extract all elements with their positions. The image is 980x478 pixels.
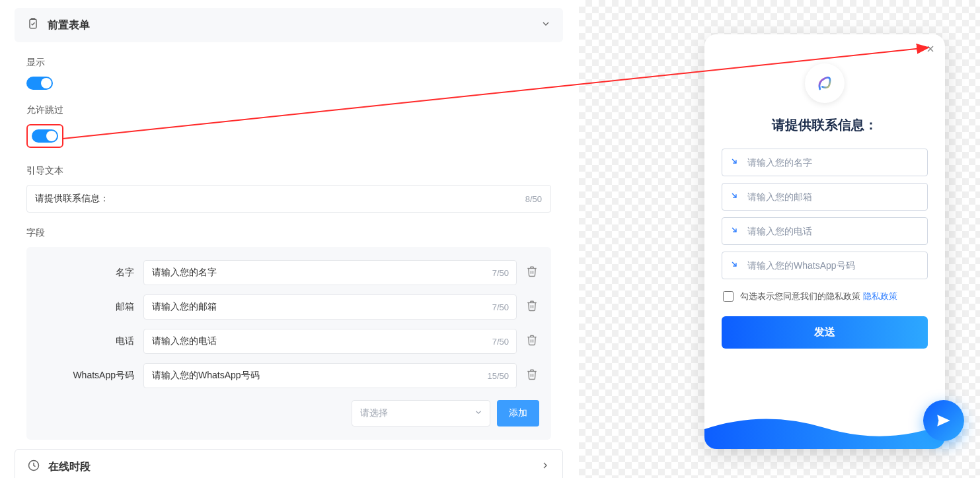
field-input-email[interactable] [143,294,517,320]
accordion-title: 前置表单 [48,18,90,32]
field-row: 电话 7/50 [38,329,539,354]
arrow-down-right-icon [730,259,739,271]
field-counter: 7/50 [492,268,509,278]
fields-label: 字段 [15,227,563,239]
skip-label: 允许跳过 [15,104,563,116]
chevron-down-icon [474,408,483,419]
display-toggle[interactable] [26,77,53,90]
field-input-name[interactable] [143,260,517,285]
field-counter: 7/50 [492,302,509,312]
display-label: 显示 [15,57,563,69]
wave-decoration [704,409,945,449]
accordion-title: 在线时段 [48,460,91,474]
brand-logo [805,63,845,103]
accordion-preform[interactable]: 前置表单 [15,8,563,42]
guide-counter: 8/50 [525,194,542,204]
preview-input-phone[interactable] [722,217,928,245]
field-type-select[interactable]: 请选择 [352,400,490,427]
skip-toggle[interactable] [32,129,58,143]
trash-icon[interactable] [526,334,539,349]
field-row: 邮箱 7/50 [38,294,539,320]
add-field-button[interactable]: 添加 [497,400,539,427]
arrow-down-right-icon [730,225,739,237]
preview-input-email[interactable] [722,183,928,211]
close-icon[interactable] [925,44,936,57]
guide-input[interactable] [26,185,551,213]
privacy-link[interactable]: 隐私政策 [863,291,897,301]
field-counter: 7/50 [492,337,509,347]
field-row: WhatsApp号码 15/50 [38,363,539,388]
clipboard-icon [26,17,40,33]
field-label: 邮箱 [38,301,134,313]
field-label: WhatsApp号码 [38,370,134,382]
preview-panel: 请提供联系信息： 勾选表示您同意我们的隐私政策 隐私政策 [579,0,980,478]
field-label: 电话 [38,335,134,347]
chevron-down-icon [541,18,551,32]
send-button[interactable]: 发送 [722,316,928,349]
trash-icon[interactable] [526,300,539,314]
field-row: 名字 7/50 [38,260,539,285]
trash-icon[interactable] [526,368,539,383]
clock-icon [27,459,40,475]
field-counter: 15/50 [487,371,509,381]
field-input-phone[interactable] [143,329,517,354]
preview-input-name[interactable] [722,149,928,176]
accordion-online-hours[interactable]: 在线时段 [15,449,563,478]
chat-fab[interactable] [923,400,964,441]
select-placeholder: 请选择 [360,407,388,418]
field-input-whatsapp[interactable] [143,363,517,388]
preview-title: 请提供联系信息： [704,116,945,134]
arrow-down-right-icon [730,156,739,168]
fields-block: 名字 7/50 邮箱 7/50 电话 [26,247,551,440]
consent-checkbox[interactable] [723,291,734,302]
guide-label: 引导文本 [15,165,563,177]
preview-input-whatsapp[interactable] [722,252,928,279]
field-label: 名字 [38,267,134,279]
chevron-right-icon [540,460,550,473]
trash-icon[interactable] [526,265,539,280]
consent-text: 勾选表示您同意我们的隐私政策 隐私政策 [740,290,897,303]
skip-toggle-highlight [26,124,63,148]
arrow-down-right-icon [730,191,739,203]
chat-preview-card: 请提供联系信息： 勾选表示您同意我们的隐私政策 隐私政策 [704,34,945,449]
